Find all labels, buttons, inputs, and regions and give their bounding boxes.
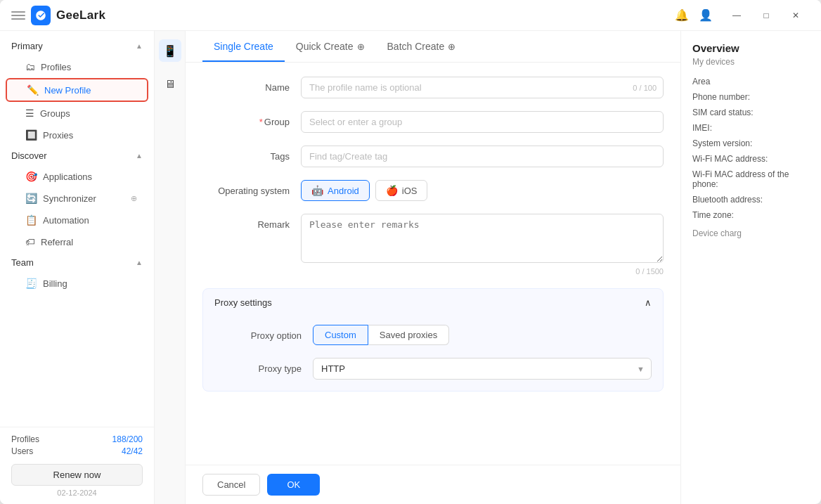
form-panel: Single Create Quick Create ⊕ Batch Creat…: [186, 31, 680, 504]
cancel-button[interactable]: Cancel: [202, 474, 260, 496]
proxy-section-header[interactable]: Proxy settings ∧: [203, 289, 663, 316]
name-row: Name 0 / 100: [202, 77, 664, 98]
footer-profiles-stat: Profiles 188/200: [11, 434, 143, 444]
device-icons-bar: 📱 🖥: [155, 31, 186, 504]
tab-batch-icon: ⊕: [448, 41, 455, 52]
name-control: 0 / 100: [301, 77, 664, 98]
synchronizer-icon: 🔄: [25, 193, 37, 204]
imei-row: IMEI:: [692, 123, 810, 133]
sidebar-item-groups[interactable]: ☰ Groups: [6, 103, 148, 124]
sidebar-item-applications[interactable]: 🎯 Applications: [6, 166, 148, 187]
desktop-device-icon[interactable]: 🖥: [159, 73, 181, 96]
remark-textarea[interactable]: [301, 214, 664, 263]
proxy-section-body: Proxy option Custom Saved proxies Proxy …: [203, 316, 663, 391]
footer-users-stat: Users 42/42: [11, 446, 143, 456]
notification-icon[interactable]: 🔔: [675, 8, 689, 22]
title-bar: GeeLark 🔔 👤 — □ ✕: [0, 0, 821, 31]
proxies-icon: 🔲: [25, 129, 37, 141]
tab-single-create[interactable]: Single Create: [202, 31, 285, 62]
logo-box: [31, 6, 51, 25]
area-row: Area: [692, 77, 810, 86]
minimize-button[interactable]: —: [723, 4, 751, 27]
group-row: *Group: [202, 111, 664, 133]
proxy-section-title: Proxy settings: [214, 297, 272, 308]
right-panel-title: Overview: [692, 42, 810, 54]
os-row: Operating system 🤖 Android 🍎 iOS: [202, 180, 664, 201]
required-star: *: [259, 117, 263, 127]
title-bar-right: 🔔 👤 — □ ✕: [675, 4, 810, 27]
form-footer: Cancel OK: [186, 465, 680, 504]
sidebar-section-team[interactable]: Team ▲: [0, 253, 154, 272]
tags-row: Tags: [202, 146, 664, 167]
form-body: Name 0 / 100 *Group: [186, 63, 680, 465]
proxy-option-row: Proxy option Custom Saved proxies: [214, 325, 652, 345]
remark-label: Remark: [202, 214, 301, 230]
title-bar-left: GeeLark: [11, 6, 105, 25]
os-toggle-group: 🤖 Android 🍎 iOS: [301, 180, 664, 201]
sidebar-item-profiles[interactable]: 🗂 Profiles: [6, 56, 148, 77]
name-label: Name: [202, 77, 301, 93]
ok-button[interactable]: OK: [267, 474, 320, 496]
sidebar-item-automation[interactable]: 📋 Automation: [6, 209, 148, 231]
proxy-type-select[interactable]: HTTP HTTPS SOCKS4 SOCKS5: [313, 358, 652, 380]
sidebar-item-new-profile[interactable]: ✏️ New Profile: [6, 78, 148, 102]
tags-label: Tags: [202, 146, 301, 162]
android-os-button[interactable]: 🤖 Android: [301, 180, 370, 201]
group-input[interactable]: [301, 111, 664, 133]
renew-now-button[interactable]: Renew now: [11, 464, 143, 486]
right-panel-footer-text: Device charg: [692, 228, 810, 238]
proxy-type-select-wrap: HTTP HTTPS SOCKS4 SOCKS5 ▼: [313, 358, 652, 380]
footer-users-value: 42/42: [122, 446, 143, 456]
tab-batch-label: Batch Create: [387, 41, 445, 52]
remark-control: 0 / 1500: [301, 214, 664, 276]
sidebar-item-billing[interactable]: 🧾 Billing: [6, 273, 148, 294]
maximize-button[interactable]: □: [752, 4, 780, 27]
primary-section-label: Primary: [11, 41, 43, 51]
synchronizer-label: Synchronizer: [43, 193, 96, 204]
tags-input[interactable]: [301, 146, 664, 167]
tab-quick-icon: ⊕: [357, 41, 365, 52]
ios-label: iOS: [402, 186, 418, 196]
sidebar-section-discover[interactable]: Discover ▲: [0, 146, 154, 165]
name-input-wrap: 0 / 100: [301, 77, 664, 98]
ios-icon: 🍎: [386, 185, 398, 196]
applications-icon: 🎯: [25, 171, 37, 182]
system-version-label: System version:: [692, 138, 810, 148]
tab-batch-create[interactable]: Batch Create ⊕: [376, 31, 467, 62]
footer-profiles-value: 188/200: [112, 434, 143, 444]
mobile-device-icon[interactable]: 📱: [159, 39, 181, 62]
system-version-row: System version:: [692, 138, 810, 148]
synchronizer-badge: ⊕: [131, 194, 137, 203]
applications-label: Applications: [43, 172, 92, 182]
sidebar-section-primary[interactable]: Primary ▲: [0, 37, 154, 56]
window-controls: — □ ✕: [723, 4, 810, 27]
sidebar-item-referral[interactable]: 🏷 Referral: [6, 231, 148, 252]
wifi-mac-label: Wi-Fi MAC address:: [692, 154, 810, 164]
bluetooth-row: Bluetooth address:: [692, 195, 810, 205]
proxy-type-row: Proxy type HTTP HTTPS SOCKS4 SOCKS5: [214, 358, 652, 380]
close-button[interactable]: ✕: [782, 4, 810, 27]
wifi-mac-phone-label: Wi-Fi MAC address of the phone:: [692, 169, 810, 189]
app-window: GeeLark 🔔 👤 — □ ✕ Primary ▲: [0, 0, 821, 504]
proxy-custom-button[interactable]: Custom: [313, 325, 368, 345]
os-control: 🤖 Android 🍎 iOS: [301, 180, 664, 201]
right-panel-subtitle: My devices: [692, 57, 810, 67]
user-avatar-icon[interactable]: 👤: [699, 8, 713, 22]
name-input[interactable]: [301, 77, 664, 98]
proxy-saved-button[interactable]: Saved proxies: [368, 325, 449, 345]
team-section-label: Team: [11, 257, 34, 268]
groups-icon: ☰: [25, 108, 34, 119]
android-icon: 🤖: [311, 185, 323, 196]
discover-chevron-icon: ▲: [136, 152, 143, 160]
proxy-option-control: Custom Saved proxies: [313, 325, 652, 345]
proxy-type-control: HTTP HTTPS SOCKS4 SOCKS5 ▼: [313, 358, 652, 380]
remark-row: Remark 0 / 1500: [202, 214, 664, 276]
sidebar-toggle-icon[interactable]: [11, 8, 25, 22]
sidebar-item-proxies[interactable]: 🔲 Proxies: [6, 124, 148, 146]
tab-quick-create[interactable]: Quick Create ⊕: [285, 31, 376, 62]
sidebar-item-synchronizer[interactable]: 🔄 Synchronizer ⊕: [6, 188, 148, 209]
ios-os-button[interactable]: 🍎 iOS: [375, 180, 428, 201]
sidebar-content: Primary ▲ 🗂 Profiles ✏️ New Profile ☰ Gr…: [0, 31, 154, 427]
proxy-option-buttons: Custom Saved proxies: [313, 325, 652, 345]
proxy-option-label: Proxy option: [214, 325, 313, 341]
